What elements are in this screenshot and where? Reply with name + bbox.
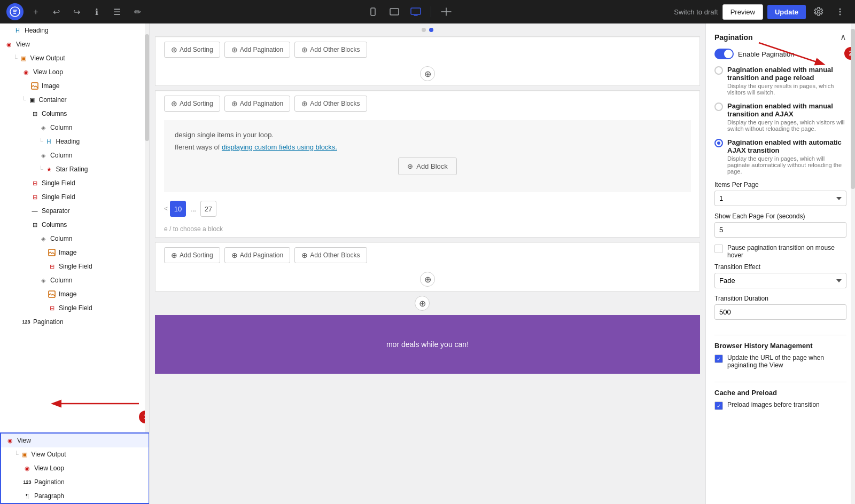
collapse-btn[interactable]: ∧ [840,32,846,42]
add-pagination-label: Add Pagination [240,46,283,53]
enable-pagination-toggle[interactable] [714,49,734,59]
radio-btn-2[interactable] [714,103,723,111]
add-pagination-btn-1[interactable]: ⊕ Add Pagination [224,42,290,58]
tree-label: Separator [42,207,70,215]
tree-item-view-loop[interactable]: ◉ View Loop [0,65,149,79]
preload-images-checkbox[interactable]: ✓ [714,401,723,410]
transition-effect-select[interactable]: FadeSlideNone [714,273,846,288]
add-sorting-btn-1[interactable]: ⊕ Add Sorting [164,42,220,58]
add-pagination-btn-2[interactable]: ⊕ Add Pagination [224,96,290,112]
tree-item-single-field-3[interactable]: ⊟ Single Field [0,259,149,273]
tree-item-single-field-2[interactable]: ⊟ Single Field [0,190,149,204]
svg-point-6 [840,14,841,15]
page-27[interactable]: 27 [200,201,216,217]
plus-icon: ⊕ [231,251,238,259]
pagination-bar: < 10 ... 27 [156,196,699,221]
radio-option-3: Pagination enabled with automatic AJAX t… [714,138,846,175]
page-10[interactable]: 10 [170,201,186,217]
tree-item-column-1[interactable]: ◈ Column [0,121,149,135]
browser-history-section: Browser History Management ✓ Update the … [706,342,855,382]
radio-btn-3[interactable] [714,139,723,147]
sidebar-tree: H Heading ◉ View └ ▣ View Output ◉ View … [0,23,150,504]
add-block-toolbar-btn[interactable]: ＋ [28,4,44,20]
update-btn[interactable]: Update [767,5,806,19]
editor-block-3: ⊕ Add Sorting ⊕ Add Pagination ⊕ Add Oth… [155,242,700,292]
block-toolbar-1: ⊕ Add Sorting ⊕ Add Pagination ⊕ Add Oth… [156,37,699,62]
single-field-icon: ⊟ [47,262,57,271]
more-menu-btn[interactable] [831,3,849,20]
tree-item-single-field-4[interactable]: ⊟ Single Field [0,301,149,315]
tree-bottom-panel: ◉ View └ ▣ View Output ◉ View Loop 123 P… [0,432,150,504]
right-panel: Pagination ∧ Enable Pagination 2 [705,23,855,504]
tree-item-column-2[interactable]: ◈ Column [0,148,149,162]
tree-item-view[interactable]: ◉ View [0,37,149,51]
tree-item-single-field-1[interactable]: ⊟ Single Field [0,176,149,190]
show-each-page-input[interactable] [714,222,846,238]
placeholder-link[interactable]: displaying custom fields using blocks. [222,143,337,151]
responsive-btn[interactable] [438,3,455,20]
add-plus-btn-3[interactable]: ⊕ [420,272,435,287]
star-rating-icon: ★ [44,164,54,174]
switch-draft-btn[interactable]: Switch to draft [674,8,718,16]
undo-btn[interactable]: ↩ [48,4,64,20]
redo-btn[interactable]: ↪ [68,4,84,20]
add-block-btn[interactable]: ⊕ Add Block [398,158,457,175]
tree-bottom-pagination[interactable]: 123 Pagination [1,475,149,489]
enable-pagination-row: Enable Pagination [714,49,846,59]
items-per-page-select[interactable]: 12510 [714,191,846,206]
preload-images-label: Preload images before transition [727,401,820,408]
tree-item-star-rating[interactable]: └ ★ Star Rating [0,162,149,176]
update-url-row: ✓ Update the URL of the page when pagina… [714,354,846,369]
preview-btn[interactable]: Preview [722,4,763,20]
tree-bottom-view-loop[interactable]: ◉ View Loop [1,461,149,475]
block-toolbar-3: ⊕ Add Sorting ⊕ Add Pagination ⊕ Add Oth… [156,242,699,267]
tree-item-image-2[interactable]: Image [0,246,149,259]
add-plus-btn-bottom[interactable]: ⊕ [415,296,430,311]
tree-item-column-3[interactable]: ◈ Column [0,232,149,246]
tree-bottom-paragraph[interactable]: ¶ Paragraph [1,489,149,503]
info-btn[interactable]: ℹ [89,4,105,20]
tree-item-image-3[interactable]: Image [0,287,149,301]
tree-item-column-4[interactable]: ◈ Column [0,273,149,287]
view-icon: ◉ [4,40,14,49]
plus-icon: ⊕ [171,99,177,108]
wp-logo[interactable] [6,3,24,20]
edit-btn[interactable]: ✏ [129,4,145,20]
tree-label: Column [50,124,72,131]
radio-btn-1[interactable] [714,66,723,75]
add-other-blocks-btn-2[interactable]: ⊕ Add Other Blocks [294,96,367,112]
add-sorting-btn-3[interactable]: ⊕ Add Sorting [164,247,220,263]
tree-item-separator[interactable]: — Separator [0,204,149,218]
add-sorting-btn-2[interactable]: ⊕ Add Sorting [164,96,220,112]
desktop-view-btn[interactable] [407,3,424,20]
list-view-btn[interactable]: ☰ [109,4,125,20]
transition-duration-input[interactable] [714,304,846,320]
dot-1[interactable] [422,28,426,32]
transition-duration-label: Transition Duration [714,295,846,302]
tree-label: Paragraph [34,492,64,500]
tree-item-heading-top[interactable]: H Heading [0,23,149,37]
add-other-blocks-btn-3[interactable]: ⊕ Add Other Blocks [294,247,367,263]
add-pagination-btn-3[interactable]: ⊕ Add Pagination [224,247,290,263]
tree-item-pagination[interactable]: 123 Pagination [0,315,149,329]
tree-item-columns-2[interactable]: ⊞ Columns [0,218,149,232]
mobile-view-btn[interactable] [364,3,382,20]
update-url-checkbox[interactable]: ✓ [714,355,723,363]
tree-item-columns[interactable]: ⊞ Columns [0,107,149,121]
tree-item-view-output[interactable]: └ ▣ View Output [0,51,149,65]
tree-item-heading[interactable]: └ H Heading [0,135,149,148]
pause-pagination-checkbox[interactable] [714,245,723,253]
tree-label: Column [50,152,72,159]
settings-btn[interactable] [810,3,827,20]
tablet-view-btn[interactable] [386,3,403,20]
dot-2[interactable] [429,28,433,32]
tree-item-image[interactable]: Image [0,79,149,93]
editor-block-2: ⊕ Add Sorting ⊕ Add Pagination ⊕ Add Oth… [155,90,700,238]
tree-bottom-view-output[interactable]: └ ▣ View Output [1,447,149,461]
tree-item-container[interactable]: └ ▣ Container [0,93,149,107]
add-other-blocks-btn-1[interactable]: ⊕ Add Other Blocks [294,42,367,58]
tree-bottom-view[interactable]: ◉ View [1,434,149,447]
add-plus-btn-1[interactable]: ⊕ [420,66,435,81]
plus-icon: ⊕ [407,162,413,170]
red-arrow-1 [43,393,150,414]
